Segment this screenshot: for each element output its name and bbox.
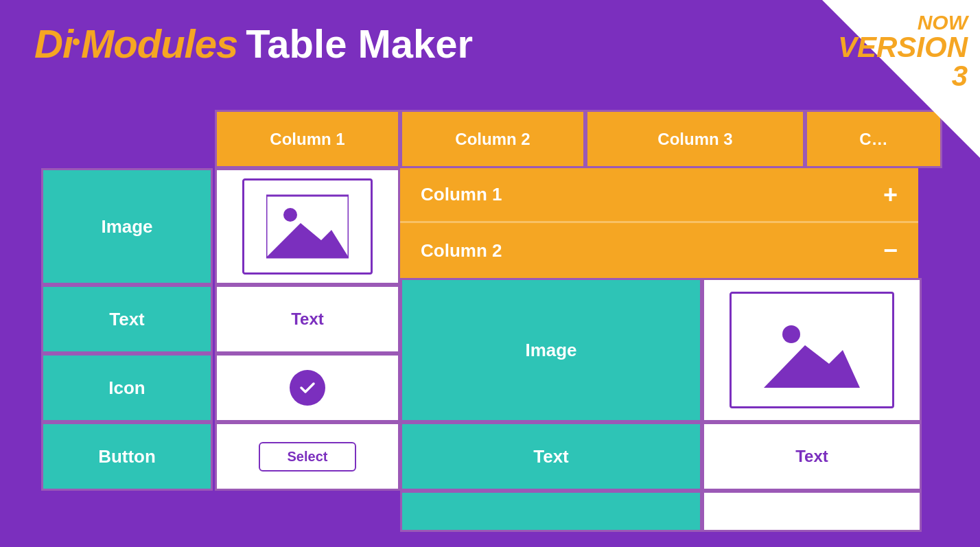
cell-text-col1: Text [215,285,400,353]
svg-marker-2 [266,223,349,257]
dropdown-menu[interactable]: Column 1 + Column 2 − [400,168,918,278]
cell-image-col1 [215,168,400,285]
text-label-col3: Text [533,446,569,467]
image-label-col3: Image [525,340,576,361]
cell-bottom-col3 [400,491,702,532]
cell-button-col1[interactable]: Select [215,422,400,491]
dot-icon [73,38,80,45]
version-badge: NOW VERSION 3 [838,12,968,91]
cell-image-col3-teal: Image [400,278,702,422]
column-headers: Column 1 Column 2 Column 3 C… [215,110,942,168]
cell-bottom-col4 [702,491,922,532]
cell-text-col3-teal: Text [400,422,702,491]
version-label: VERSION [838,33,968,62]
svg-point-1 [283,208,297,222]
cell-image-col4 [702,278,922,422]
row-label-icon: Icon [41,353,213,422]
checkmark-icon [290,370,325,406]
cell-text-col4: Text [702,422,922,491]
col-header-1: Column 1 [215,110,400,168]
select-button[interactable]: Select [259,442,357,472]
brand-dimodules: DiModules [34,21,237,67]
svg-point-5 [782,325,800,343]
col-header-3: Column 3 [585,110,805,168]
brand-tablemaker: Table Maker [246,21,473,67]
row-label-text: Text [41,285,213,353]
svg-marker-6 [764,345,860,388]
table-area: Column 1 Column 2 Column 3 C… Image Text… [41,110,980,533]
image-placeholder-col4 [730,292,894,408]
col-header-4: C… [805,110,942,168]
row-label-image: Image [41,168,213,285]
dropdown-item-col1[interactable]: Column 1 + [400,168,918,223]
dropdown-item-col2[interactable]: Column 2 − [400,223,918,278]
row-labels: Image Text Icon Button [41,168,213,491]
col-header-2: Column 2 [400,110,585,168]
dropdown-add-icon[interactable]: + [883,181,898,209]
cell-icon-col1 [215,353,400,422]
header: DiModules Table Maker [0,0,980,80]
dropdown-remove-icon[interactable]: − [883,236,898,265]
version-number-label: 3 [838,62,968,91]
now-label: NOW [838,12,968,33]
row-label-button: Button [41,422,213,491]
image-placeholder-col1 [242,178,373,275]
